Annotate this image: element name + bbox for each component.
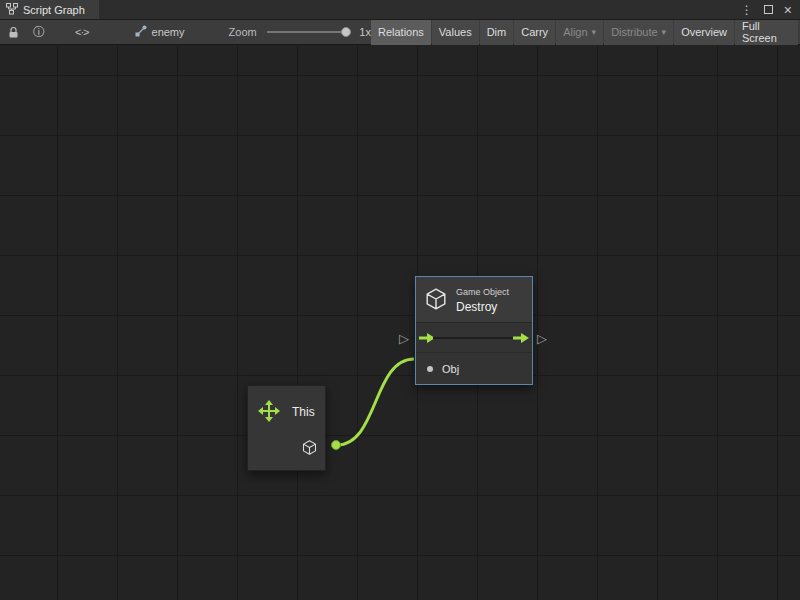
node-title: This	[292, 405, 315, 419]
fullscreen-button[interactable]: Full Screen	[735, 20, 798, 45]
relations-button[interactable]: Relations	[371, 20, 431, 45]
window-titlebar: Script Graph ⋮ ×	[0, 0, 800, 20]
carry-button[interactable]: Carry	[514, 20, 555, 45]
node-header[interactable]: Game Object Destroy	[416, 277, 532, 323]
flow-ports-row	[416, 323, 532, 353]
obj-port-label: Obj	[442, 363, 459, 375]
game-object-cube-icon	[302, 440, 317, 459]
game-object-cube-icon	[425, 288, 447, 314]
tab-script-graph[interactable]: Script Graph	[0, 0, 99, 19]
overview-button[interactable]: Overview	[674, 20, 734, 45]
zoom-label: Zoom	[229, 26, 257, 38]
values-button[interactable]: Values	[432, 20, 479, 45]
graph-name-label: enemy	[152, 26, 185, 38]
node-title: Destroy	[456, 300, 497, 314]
align-dropdown[interactable]: Align ▾	[556, 20, 603, 45]
close-icon[interactable]: ×	[784, 3, 792, 17]
window-controls: ⋮ ×	[741, 0, 800, 19]
zoom-slider-track[interactable]	[267, 31, 352, 33]
graph-inspector-icon[interactable]: <·>	[75, 20, 89, 44]
info-icon[interactable]: ⓘ	[33, 20, 45, 44]
node-category: Game Object	[456, 287, 509, 297]
flow-out-arrow-icon[interactable]	[513, 329, 529, 347]
chevron-down-icon: ▾	[592, 27, 597, 37]
wire-layer	[0, 46, 800, 600]
maximize-icon[interactable]	[764, 5, 773, 14]
graph-canvas[interactable]: This Game Object Destroy	[0, 46, 800, 600]
obj-input-port[interactable]	[427, 366, 433, 372]
zoom-value: 1x	[359, 26, 371, 38]
zoom-slider[interactable]	[267, 20, 352, 44]
flow-line	[433, 337, 515, 339]
toolbar-buttons: Relations Values Dim Carry Align ▾ Distr…	[371, 20, 798, 45]
obj-input-row: Obj	[416, 353, 532, 384]
connection-wire[interactable]	[337, 359, 414, 445]
graph-name[interactable]: enemy	[135, 25, 185, 39]
this-output-port[interactable]	[331, 440, 341, 450]
zoom-slider-knob[interactable]	[341, 27, 351, 37]
menu-icon[interactable]: ⋮	[741, 4, 753, 16]
self-move-icon	[258, 400, 280, 426]
lock-icon[interactable]	[7, 20, 20, 44]
node-this[interactable]: This	[247, 385, 326, 471]
dim-button[interactable]: Dim	[480, 20, 514, 45]
script-graph-icon	[6, 3, 18, 17]
chevron-down-icon: ▾	[662, 27, 667, 37]
graph-toolbar: ⓘ <·> enemy Zoom 1x Relations Values Dim…	[0, 20, 800, 45]
node-destroy[interactable]: Game Object Destroy Obj	[415, 276, 533, 385]
graph-asset-icon	[135, 25, 147, 39]
control-input-triangle-icon[interactable]: ▷	[399, 332, 409, 345]
distribute-dropdown[interactable]: Distribute ▾	[604, 20, 673, 45]
tab-title: Script Graph	[23, 4, 85, 16]
control-output-triangle-icon[interactable]: ▷	[537, 332, 547, 345]
